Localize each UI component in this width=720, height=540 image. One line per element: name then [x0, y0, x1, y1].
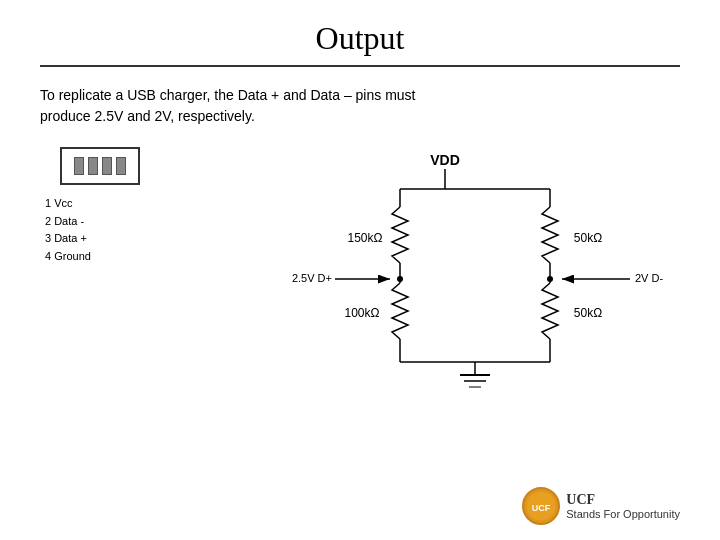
vdd-label: VDD — [430, 152, 460, 168]
node2-label: 2V D- — [635, 272, 663, 284]
usb-labels: 1 Vcc 2 Data - 3 Data + 4 Ground — [45, 195, 220, 265]
usb-pins — [74, 157, 126, 175]
description-line2: produce 2.5V and 2V, respectively. — [40, 108, 255, 124]
usb-box — [60, 147, 140, 185]
r2-label: 50kΩ — [574, 231, 602, 245]
svg-point-11 — [547, 276, 553, 282]
page-title: Output — [40, 20, 680, 57]
r4-label: 50kΩ — [574, 306, 602, 320]
description: To replicate a USB charger, the Data + a… — [40, 85, 680, 127]
pin-1 — [74, 157, 84, 175]
ucf-emblem: UCF — [522, 487, 560, 525]
ucf-logo: UCF UCF Stands For Opportunity — [522, 487, 680, 525]
usb-label-2: 2 Data - — [45, 213, 220, 231]
svg-point-10 — [397, 276, 403, 282]
ucf-tagline: UCF Stands For Opportunity — [566, 492, 680, 520]
usb-label-3: 3 Data + — [45, 230, 220, 248]
usb-label-1: 1 Vcc — [45, 195, 220, 213]
r1-label: 150kΩ — [348, 231, 383, 245]
usb-connector: 1 Vcc 2 Data - 3 Data + 4 Ground — [40, 147, 220, 265]
circuit-diagram: VDD 150kΩ 50kΩ — [240, 147, 670, 417]
pin-2 — [88, 157, 98, 175]
circuit-area: VDD 150kΩ 50kΩ — [240, 147, 680, 421]
diagram-area: 1 Vcc 2 Data - 3 Data + 4 Ground VDD — [40, 147, 680, 421]
page: Output To replicate a USB charger, the D… — [0, 0, 720, 540]
r3-label: 100kΩ — [345, 306, 380, 320]
description-line1: To replicate a USB charger, the Data + a… — [40, 87, 415, 103]
pin-4 — [116, 157, 126, 175]
node1-label: 2.5V D+ — [292, 272, 332, 284]
usb-label-4: 4 Ground — [45, 248, 220, 266]
title-area: Output — [40, 20, 680, 67]
svg-text:UCF: UCF — [532, 503, 551, 513]
pin-3 — [102, 157, 112, 175]
